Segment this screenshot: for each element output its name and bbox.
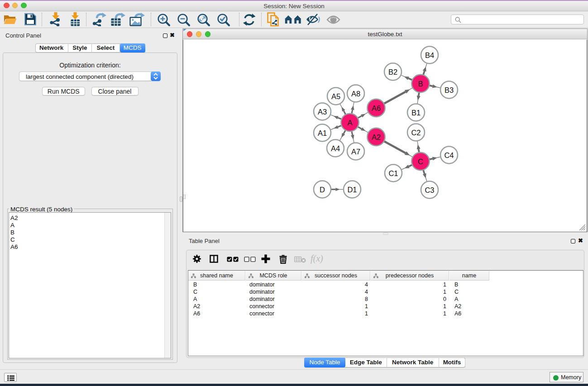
svg-text:A8: A8	[351, 90, 360, 98]
svg-text:C2: C2	[411, 129, 421, 137]
svg-text:B: B	[418, 80, 423, 88]
svg-text:D: D	[320, 186, 325, 194]
svg-text:A3: A3	[317, 108, 326, 116]
svg-text:A7: A7	[351, 148, 360, 156]
svg-text:A1: A1	[317, 129, 326, 137]
svg-text:C4: C4	[444, 151, 454, 159]
svg-text:C3: C3	[425, 186, 434, 194]
svg-text:C: C	[418, 157, 423, 166]
svg-text:A5: A5	[331, 92, 340, 100]
svg-text:B3: B3	[444, 86, 453, 94]
svg-text:B4: B4	[425, 51, 434, 59]
svg-text:A: A	[347, 119, 352, 127]
svg-text:A6: A6	[371, 104, 380, 112]
svg-text:A4: A4	[330, 144, 339, 152]
svg-text:B2: B2	[388, 68, 397, 76]
svg-text:D1: D1	[347, 186, 357, 194]
svg-text:C1: C1	[388, 169, 398, 177]
svg-text:A2: A2	[371, 133, 380, 141]
svg-text:B1: B1	[411, 109, 420, 117]
